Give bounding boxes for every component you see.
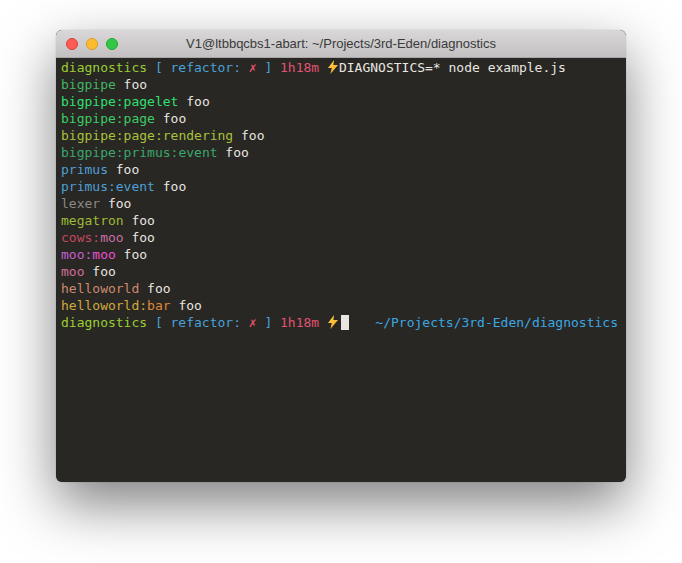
namespace-segment: moo xyxy=(61,263,84,280)
cursor xyxy=(341,315,349,330)
traffic-lights xyxy=(66,30,118,57)
log-message: foo xyxy=(155,110,186,127)
prompt-project: diagnostics xyxy=(61,314,147,331)
cwd-path: ~/Projects/3rd-Eden/diagnostics xyxy=(375,314,618,331)
log-line: helloworld:bar foo xyxy=(61,297,618,314)
prompt-elapsed: 1h18m xyxy=(280,314,319,331)
log-message: foo xyxy=(116,246,147,263)
prompt-close-bracket: ] xyxy=(264,59,272,76)
prompt-open-bracket: [ xyxy=(155,314,163,331)
log-line: helloworld foo xyxy=(61,280,618,297)
log-message: foo xyxy=(155,178,186,195)
log-line: primus:event foo xyxy=(61,178,618,195)
log-line: lexer foo xyxy=(61,195,618,212)
prompt-project: diagnostics xyxy=(61,59,147,76)
log-line: megatron foo xyxy=(61,212,618,229)
terminal-screen[interactable]: diagnostics [ refactor: ✗ ] 1h18m DIAGNO… xyxy=(56,58,626,482)
prompt-elapsed: 1h18m xyxy=(280,59,319,76)
log-message: foo xyxy=(218,144,249,161)
prompt-command-line: diagnostics [ refactor: ✗ ] 1h18m DIAGNO… xyxy=(61,59,618,76)
prompt-close-bracket: ] xyxy=(264,314,272,331)
log-message: foo xyxy=(124,212,155,229)
log-line: bigpipe:pagelet foo xyxy=(61,93,618,110)
prompt-open-bracket: [ xyxy=(155,59,163,76)
log-message: foo xyxy=(84,263,115,280)
namespace-segment: bigpipe xyxy=(61,76,116,93)
log-line: bigpipe:page:rendering foo xyxy=(61,127,618,144)
namespace-segment: primus xyxy=(61,161,108,178)
minimize-button[interactable] xyxy=(86,38,98,50)
prompt-branch: refactor: xyxy=(171,59,241,76)
lightning-bolt-icon xyxy=(327,315,339,329)
log-line: primus foo xyxy=(61,161,618,178)
close-button[interactable] xyxy=(66,38,78,50)
log-line: moo:moo foo xyxy=(61,246,618,263)
namespace-segment: cows: xyxy=(61,229,100,246)
zoom-button[interactable] xyxy=(106,38,118,50)
log-message: foo xyxy=(108,161,139,178)
lightning-bolt-icon xyxy=(327,60,339,74)
log-message: foo xyxy=(178,93,209,110)
namespace-segment: bigpipe:page xyxy=(61,110,155,127)
namespace-segment: bigpipe:pagelet xyxy=(61,93,178,110)
namespace-segment: moo xyxy=(92,246,115,263)
namespace-segment: primus:event xyxy=(61,178,155,195)
log-message: foo xyxy=(116,76,147,93)
terminal-window: V1@ltbbqcbs1-abart: ~/Projects/3rd-Eden/… xyxy=(56,30,626,482)
log-lines: bigpipe foobigpipe:pagelet foobigpipe:pa… xyxy=(61,76,618,314)
command-text: DIAGNOSTICS=* node example.js xyxy=(339,59,566,76)
log-line: bigpipe foo xyxy=(61,76,618,93)
prompt-dirty-flag: ✗ xyxy=(249,59,257,76)
namespace-segment: moo: xyxy=(61,246,92,263)
log-line: cows:moo foo xyxy=(61,229,618,246)
namespace-segment: bigpipe:page:rendering xyxy=(61,127,233,144)
namespace-segment: helloworld: xyxy=(61,297,147,314)
namespace-segment: lexer xyxy=(61,195,100,212)
prompt-branch: refactor: xyxy=(171,314,241,331)
namespace-segment: bar xyxy=(147,297,170,314)
log-message: foo xyxy=(100,195,131,212)
prompt-dirty-flag: ✗ xyxy=(249,314,257,331)
log-message: foo xyxy=(124,229,155,246)
log-line: bigpipe:primus:event foo xyxy=(61,144,618,161)
namespace-segment: megatron xyxy=(61,212,124,229)
prompt-idle-line: diagnostics [ refactor: ✗ ] 1h18m ~/Proj… xyxy=(61,314,618,331)
namespace-segment: bigpipe:primus:event xyxy=(61,144,218,161)
log-message: foo xyxy=(139,280,170,297)
window-title: V1@ltbbqcbs1-abart: ~/Projects/3rd-Eden/… xyxy=(186,36,496,51)
log-line: moo foo xyxy=(61,263,618,280)
log-line: bigpipe:page foo xyxy=(61,110,618,127)
namespace-segment: moo xyxy=(100,229,123,246)
namespace-segment: helloworld xyxy=(61,280,139,297)
log-message: foo xyxy=(233,127,264,144)
log-message: foo xyxy=(171,297,202,314)
titlebar[interactable]: V1@ltbbqcbs1-abart: ~/Projects/3rd-Eden/… xyxy=(56,30,626,58)
